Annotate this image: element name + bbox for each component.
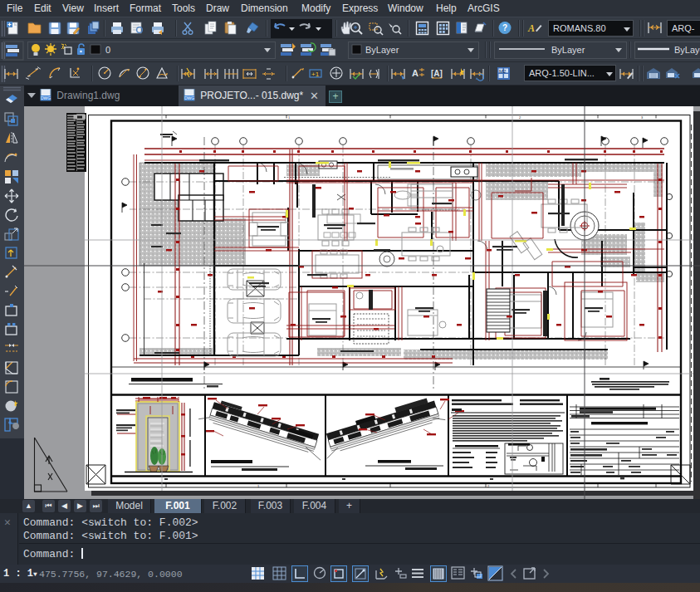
svg-text:+1: +1: [311, 71, 320, 78]
svg-text:DWG: DWG: [41, 95, 51, 100]
svg-text:M2: M2: [499, 69, 507, 74]
svg-text:A: A: [412, 68, 419, 78]
svg-text:A: A: [527, 22, 535, 34]
svg-text:DWG: DWG: [184, 95, 194, 100]
svg-text:[A]: [A]: [431, 69, 443, 78]
svg-text:?: ?: [502, 23, 507, 32]
